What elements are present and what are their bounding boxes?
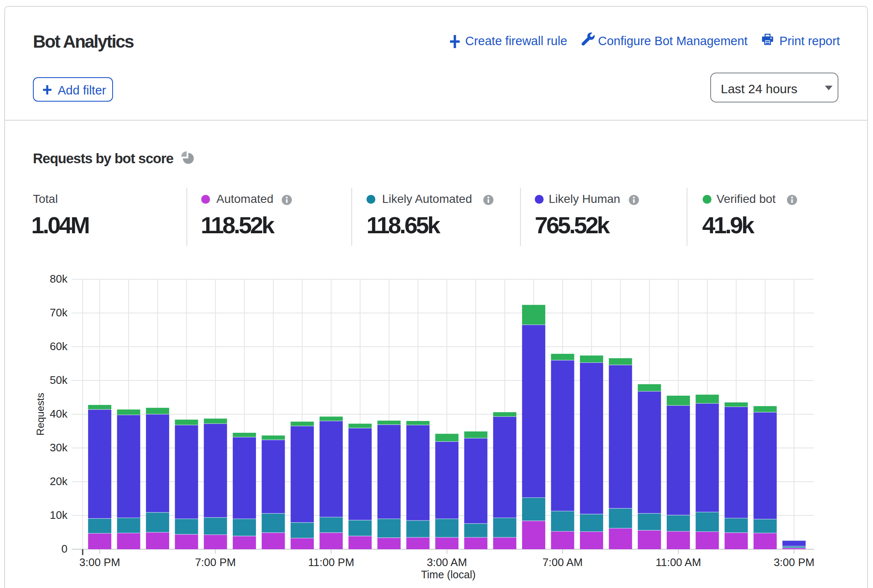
svg-text:30k: 30k — [50, 441, 68, 454]
svg-text:7:00 AM: 7:00 AM — [542, 556, 582, 569]
svg-text:70k: 70k — [50, 306, 68, 319]
svg-text:0: 0 — [62, 542, 67, 555]
svg-text:Time (local): Time (local) — [421, 569, 476, 580]
svg-text:40k: 40k — [50, 407, 68, 420]
svg-text:50k: 50k — [50, 374, 68, 386]
svg-text:20k: 20k — [50, 475, 68, 488]
svg-text:60k: 60k — [50, 340, 68, 353]
svg-text:11:00 AM: 11:00 AM — [655, 556, 701, 569]
svg-text:7:00 PM: 7:00 PM — [195, 556, 236, 569]
svg-text:3:00 PM: 3:00 PM — [79, 556, 120, 569]
svg-text:Requests: Requests — [35, 393, 46, 435]
svg-text:3:00 AM: 3:00 AM — [427, 556, 467, 569]
svg-text:11:00 PM: 11:00 PM — [308, 556, 354, 569]
svg-text:80k: 80k — [50, 272, 68, 285]
svg-text:10k: 10k — [50, 509, 68, 521]
svg-text:3:00 PM: 3:00 PM — [773, 556, 814, 569]
